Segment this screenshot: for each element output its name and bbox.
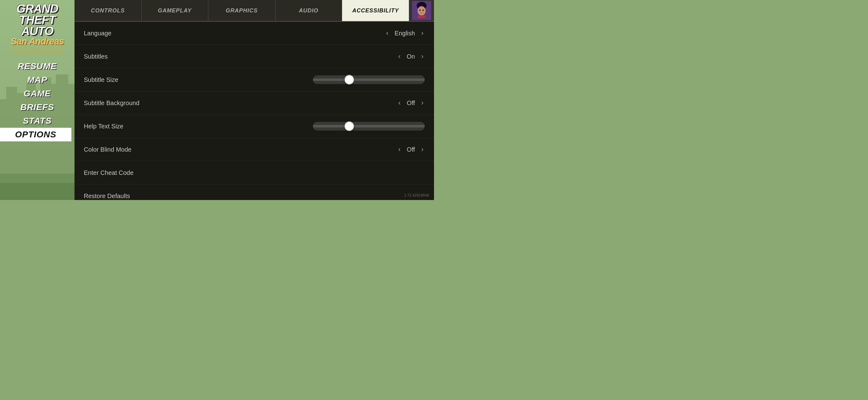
setting-value-color-blind: ‹ Off › [397, 145, 425, 154]
tab-audio[interactable]: Audio [275, 0, 342, 21]
logo-san-andreas: San Andreas [3, 36, 71, 46]
setting-value-subtitle-background: ‹ Off › [397, 99, 425, 107]
tab-accessibility[interactable]: Accessibility [342, 0, 409, 21]
logo-grand: Grand [3, 3, 71, 14]
setting-row-restore-defaults[interactable]: Restore Defaults [74, 185, 434, 200]
version-text: 1.72.42919648 [404, 193, 429, 198]
language-value: English [395, 30, 415, 37]
sidebar-item-map[interactable]: Map [3, 73, 71, 87]
setting-row-help-text-size: Help Text Size [74, 115, 434, 138]
logo-edition: The Definitive Edition [11, 48, 63, 53]
setting-label-subtitles: Subtitles [84, 53, 108, 60]
profile-avatar [412, 1, 431, 20]
language-arrow-left[interactable]: ‹ [385, 29, 390, 37]
help-text-size-slider[interactable] [313, 122, 425, 131]
logo-area: Grand Theft Auto San Andreas The Definit… [3, 3, 71, 54]
sidebar: Grand Theft Auto San Andreas The Definit… [0, 0, 74, 200]
settings-content: Language ‹ English › Subtitles ‹ On › Su… [74, 22, 434, 200]
subtitles-arrow-left[interactable]: ‹ [397, 53, 402, 61]
main-panel: Controls Gameplay Graphics Audio Accessi… [74, 0, 434, 200]
setting-value-language: ‹ English › [385, 29, 425, 37]
language-arrow-right[interactable]: › [420, 29, 425, 37]
logo-theft: Theft [3, 14, 71, 26]
svg-point-31 [423, 10, 424, 11]
subtitle-background-arrow-right[interactable]: › [420, 99, 425, 107]
svg-point-30 [420, 10, 421, 11]
tab-graphics[interactable]: Graphics [208, 0, 275, 21]
sidebar-item-stats[interactable]: Stats [3, 114, 71, 128]
color-blind-arrow-left[interactable]: ‹ [397, 145, 402, 154]
tab-gameplay[interactable]: Gameplay [142, 0, 209, 21]
logo-auto: Auto [3, 26, 71, 37]
setting-label-language: Language [84, 30, 112, 37]
setting-row-subtitle-background: Subtitle Background ‹ Off › [74, 92, 434, 115]
setting-row-subtitles: Subtitles ‹ On › [74, 45, 434, 68]
svg-point-29 [417, 6, 426, 15]
nav-menu: Resume Map Game Briefs Stats Options [3, 60, 71, 141]
setting-value-subtitles: ‹ On › [397, 53, 425, 61]
color-blind-value: Off [407, 146, 415, 153]
subtitle-background-arrow-left[interactable]: ‹ [397, 99, 402, 107]
subtitle-size-track [313, 78, 425, 81]
setting-label-help-text-size: Help Text Size [84, 123, 123, 130]
sidebar-item-game[interactable]: Game [3, 87, 71, 100]
setting-row-language: Language ‹ English › [74, 22, 434, 45]
setting-row-color-blind: Color Blind Mode ‹ Off › [74, 138, 434, 161]
subtitle-background-value: Off [407, 100, 415, 107]
setting-label-subtitle-size: Subtitle Size [84, 76, 118, 84]
setting-row-subtitle-size: Subtitle Size [74, 68, 434, 92]
setting-label-restore-defaults: Restore Defaults [84, 193, 130, 200]
color-blind-arrow-right[interactable]: › [420, 145, 425, 154]
subtitles-value: On [407, 53, 415, 60]
help-text-size-track [313, 125, 425, 128]
tab-profile[interactable] [409, 0, 434, 21]
subtitle-size-thumb[interactable] [344, 75, 354, 85]
setting-label-cheat-code: Enter Cheat Code [84, 169, 133, 176]
setting-label-color-blind: Color Blind Mode [84, 146, 131, 153]
tabs-bar: Controls Gameplay Graphics Audio Accessi… [74, 0, 434, 22]
sidebar-item-resume[interactable]: Resume [3, 60, 71, 73]
setting-label-subtitle-background: Subtitle Background [84, 100, 140, 107]
subtitle-size-slider[interactable] [313, 75, 425, 84]
setting-row-cheat-code[interactable]: Enter Cheat Code [74, 161, 434, 185]
sidebar-item-options[interactable]: Options [0, 128, 71, 141]
tab-controls[interactable]: Controls [74, 0, 142, 21]
subtitles-arrow-right[interactable]: › [420, 53, 425, 61]
sidebar-item-briefs[interactable]: Briefs [3, 100, 71, 114]
help-text-size-thumb[interactable] [344, 121, 354, 131]
